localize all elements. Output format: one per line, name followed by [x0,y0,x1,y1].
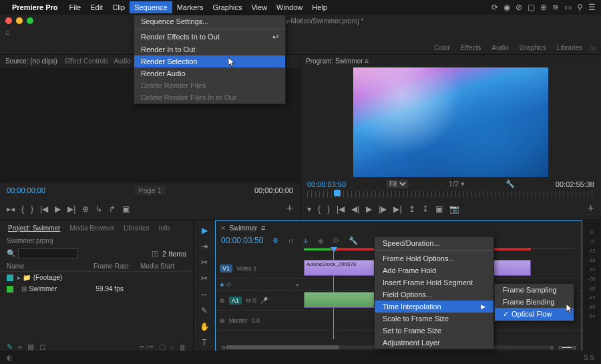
menu-graphics[interactable]: Graphics [208,1,246,13]
menu-view[interactable]: View [246,1,272,13]
context-item[interactable]: Frame Hold Options... [375,252,493,264]
battery-icon[interactable]: ▭ [564,3,572,12]
list-view-icon[interactable]: ≡ [18,343,22,351]
window-traffic-lights[interactable] [5,17,33,24]
col-name[interactable]: Name [7,262,93,270]
trash-icon[interactable]: 🗑 [179,343,186,351]
track-master-header[interactable]: ⊕ Master 0.0 [216,311,304,331]
camera-icon[interactable]: 📷 [449,204,459,214]
project-item[interactable]: ▸ 📁(Footage) [3,272,190,283]
mic-icon[interactable]: 🎤 [260,297,268,304]
context-item[interactable]: Field Options... [375,289,493,301]
wrench2-icon[interactable]: 🔧 [349,236,358,245]
add-panel-icon[interactable]: + [286,202,293,216]
workspace-tab-color[interactable]: Color [429,42,455,53]
wrench-icon[interactable]: 🔧 [506,180,515,188]
a1-toggle-icon[interactable]: ⊕ [220,297,225,304]
selection-tool-icon[interactable]: ▶ [202,226,208,235]
menu-window[interactable]: Window [272,1,307,13]
close-timeline-icon[interactable]: × [221,224,225,232]
home-button[interactable]: ⌂ [0,28,601,40]
workspace-tab-effects[interactable]: Effects [455,42,486,53]
wifi-icon[interactable]: ≋ [552,3,559,12]
src-overwrite-icon[interactable]: ↱ [109,204,116,214]
lift-icon[interactable]: ↥ [409,204,415,214]
bin-icon[interactable]: ◫ [152,249,158,258]
project-search-input[interactable] [18,248,78,258]
project-tab[interactable]: Media Browser [65,223,118,233]
context-item[interactable]: ✓Optical Flow [495,308,574,321]
overwrite-icon[interactable]: } [31,204,33,214]
context-item[interactable]: Scale to Frame Size [375,313,493,325]
cast-icon[interactable]: ▢ [528,3,535,12]
go-in-icon[interactable]: |◀ [337,204,345,214]
export-frame-icon[interactable]: ⊕ [82,204,89,214]
timeline-tc[interactable]: 00:00:03:50 [221,236,263,245]
a-toggle-icon[interactable]: ⊕ [220,317,225,324]
step-back-icon[interactable]: ◀| [351,204,359,214]
fit-dropdown[interactable]: Fit [387,180,408,188]
project-item[interactable]: ⊞Swimmer59.94 fps [3,283,190,295]
user-icon[interactable]: ⊘ [516,3,522,12]
play-icon[interactable]: ▶ [366,204,372,214]
menu-help[interactable]: Help [307,1,332,13]
col-fps[interactable]: Frame Rate [93,262,140,270]
scale-label[interactable]: 1/2 [449,180,459,188]
source-tab-effect[interactable]: Effect Controls [65,57,108,65]
mark-out-icon[interactable]: } [327,204,330,214]
step-back-icon[interactable]: |◀ [40,204,48,214]
more-tabs-icon[interactable]: » [590,42,596,53]
sequence-name[interactable]: Swimmer [229,224,257,232]
menu-item[interactable]: Render Selection [134,55,285,67]
context-item[interactable]: Frame Blending [495,296,574,308]
camera-icon[interactable]: ▣ [122,204,130,214]
context-item[interactable]: Speed/Duration... [375,237,493,249]
pen-tool-icon[interactable]: ✎ [201,306,208,315]
menu-markers[interactable]: Markers [172,1,208,13]
context-item[interactable]: Add Frame Hold [375,264,493,277]
workspace-tab-audio[interactable]: Audio [486,42,514,53]
mark-in-icon[interactable]: ▸◂ [7,204,15,214]
bluetooth-icon[interactable]: ⊕ [540,3,547,12]
context-item[interactable]: Set to Frame Size [375,325,493,337]
menu-item[interactable]: Render Effects In to Out↩ [134,31,285,43]
source-page[interactable]: Page 1 [134,186,166,195]
app-name[interactable]: Premiere Pro [12,3,57,11]
project-tab[interactable]: Project: Swimmer [4,223,64,233]
program-tc-left[interactable]: 00:00:03:50 [307,180,346,188]
step-fwd-icon[interactable]: ▶| [67,204,75,214]
timeline-playhead-icon[interactable] [331,247,337,252]
context-item[interactable]: Adjustment Layer [375,337,493,349]
project-list[interactable]: ▸ 📁(Footage) ⊞Swimmer59.94 fps [0,272,193,340]
extract-icon[interactable]: ↧ [422,204,429,214]
menu-clip[interactable]: Clip [108,1,130,13]
track-select-icon[interactable]: ⇥ [201,242,208,251]
insert-icon[interactable]: { [21,204,24,214]
new-item-icon[interactable]: ▫ [171,343,174,351]
menu-item[interactable]: Render Audio [134,67,285,79]
go-out-icon[interactable]: ▶| [393,204,401,214]
playhead-icon[interactable] [334,190,341,196]
context-item[interactable]: Frame Sampling [495,284,574,296]
col-start[interactable]: Media Start [140,262,174,270]
project-tab[interactable]: Libraries [120,223,153,233]
track-a1-header[interactable]: ⊕ A1 M S 🎤 [216,291,304,311]
menu-item[interactable]: Render In to Out [134,43,285,55]
source-tc-left[interactable]: 00;00;00;00 [7,186,45,194]
menu-sequence[interactable]: Sequence [130,1,172,13]
program-scrubber[interactable] [307,191,594,198]
clip-indicator-icon[interactable]: ◐ [7,354,13,361]
hand-tool-icon[interactable]: ✋ [200,322,210,331]
context-item[interactable]: Insert Frame Hold Segment [375,277,493,289]
search-icon[interactable]: ⚲ [577,3,583,12]
menu-file[interactable]: File [64,1,85,13]
mark-in2-icon[interactable]: { [318,204,321,214]
type-tool-icon[interactable]: T [202,338,206,347]
cloud-icon[interactable]: ◉ [504,3,510,12]
play-icon[interactable]: ▶ [55,204,61,214]
snap-icon[interactable]: ❊ [272,236,278,245]
link-icon[interactable]: ⥿ [303,236,309,245]
magnet-icon[interactable]: ∩ [288,236,293,244]
track-v1-header[interactable]: V1 Video 1 [216,258,304,279]
menu-item[interactable]: Sequence Settings... [134,15,285,27]
